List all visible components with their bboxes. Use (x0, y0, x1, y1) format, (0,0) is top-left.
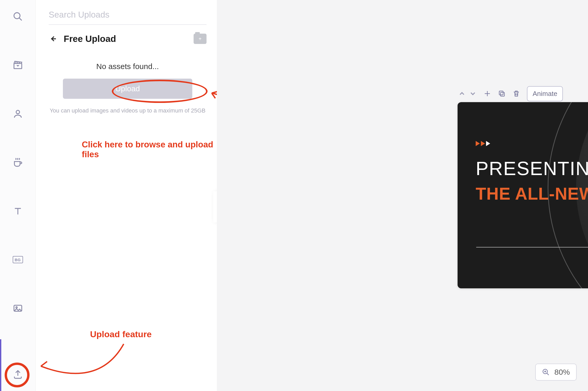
no-assets-message: No assets found... (49, 62, 207, 71)
slide-toolbar: Animate (458, 86, 549, 101)
clapper-icon[interactable] (12, 59, 24, 71)
add-slide-button[interactable] (483, 88, 491, 99)
svg-point-3 (16, 110, 19, 114)
new-folder-button[interactable]: + (194, 34, 207, 44)
duplicate-slide-button[interactable] (498, 88, 506, 99)
coffee-icon[interactable] (12, 156, 24, 169)
search-input[interactable] (49, 10, 207, 20)
left-rail: BG (0, 0, 36, 391)
back-button[interactable] (49, 34, 58, 43)
svg-rect-6 (501, 92, 504, 96)
image-icon[interactable] (12, 302, 24, 314)
plus-icon: + (199, 36, 202, 42)
slide[interactable]: PRESENTING! THE ALL-NEW FITNESS APP! (458, 102, 588, 288)
slide-subheading: THE ALL-NEW FITNESS APP! (476, 184, 588, 203)
canvas-area: Animate PRESENTING! THE ALL-NEW FITNESS … (217, 0, 588, 391)
upload-help-text: You can upload images and videos up to a… (49, 107, 207, 115)
bg-label: BG (13, 256, 23, 263)
slide-arrow-strip (476, 141, 490, 146)
delete-slide-button[interactable] (512, 88, 520, 99)
upload-icon[interactable] (12, 368, 24, 381)
search-wrap (49, 10, 207, 25)
uploads-panel: Free Upload + No assets found... Upload … (36, 0, 217, 391)
svg-line-13 (547, 373, 549, 375)
upload-button[interactable]: Upload (63, 79, 192, 99)
slide-heading: PRESENTING! (476, 157, 588, 179)
search-icon[interactable] (12, 10, 24, 23)
panel-header: Free Upload + (49, 34, 207, 44)
annotation-arrow-feature (33, 340, 131, 384)
avatar-icon[interactable] (12, 108, 24, 120)
animate-button[interactable]: Animate (527, 86, 563, 101)
annotation-upload-text: Click here to browse and upload files (82, 140, 217, 159)
rail-active-indicator (0, 339, 1, 391)
slide-up-icon[interactable] (458, 90, 466, 97)
zoom-in-icon (542, 368, 550, 376)
bg-chip[interactable]: BG (12, 253, 24, 266)
zoom-value: 80% (554, 368, 570, 377)
slide-divider (476, 247, 588, 247)
text-icon[interactable] (12, 205, 24, 217)
slide-down-icon[interactable] (469, 90, 477, 97)
svg-point-0 (14, 13, 20, 19)
svg-rect-7 (499, 91, 503, 95)
svg-point-5 (16, 307, 17, 308)
annotation-feature-text: Upload feature (90, 329, 152, 339)
zoom-control[interactable]: 80% (535, 364, 577, 381)
svg-line-1 (19, 18, 22, 20)
panel-title: Free Upload (64, 34, 188, 44)
